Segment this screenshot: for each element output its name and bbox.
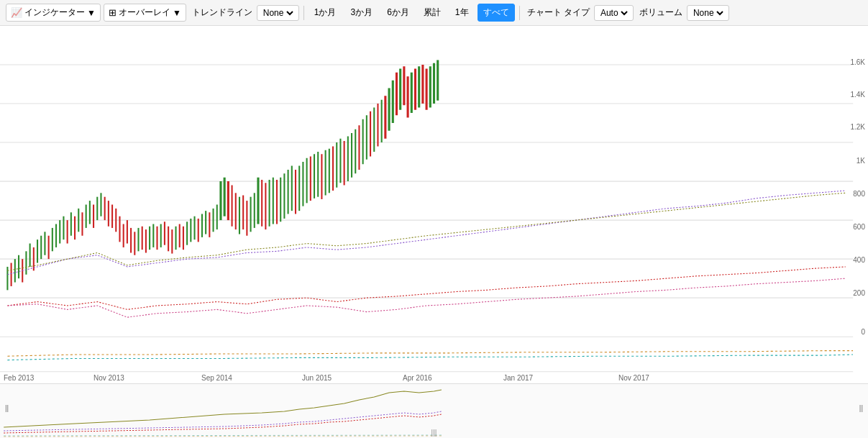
divider-2 xyxy=(519,6,520,20)
period-6m[interactable]: 6か月 xyxy=(381,4,415,22)
svg-line-127 xyxy=(4,436,442,437)
y-label-400: 400 xyxy=(853,256,865,264)
svg-line-126 xyxy=(4,435,442,436)
indicator-icon: 📈 xyxy=(11,7,22,18)
charttype-select[interactable]: Auto xyxy=(594,5,634,21)
volume-label: ボリューム xyxy=(639,6,682,19)
period-acc[interactable]: 累計 xyxy=(418,4,447,22)
charttype-label: チャート タイプ xyxy=(527,6,590,19)
scroll-bottom-indicator[interactable]: ||| xyxy=(431,429,437,437)
toolbar: 📈 インジケーター ▼ ⊞ オーバーレイ ▼ トレンドライン None 1か月 … xyxy=(0,0,868,26)
y-label-1_6k: 1.6K xyxy=(850,58,865,66)
y-label-200: 200 xyxy=(853,289,865,297)
main-chart[interactable]: 1.6K 1.4K 1.2K 1K 800 600 400 200 0 Feb … xyxy=(0,26,868,384)
x-label-nov2017: Nov 2017 xyxy=(618,374,649,382)
x-label-jan2017: Jan 2017 xyxy=(503,374,533,382)
scroll-left-indicator[interactable]: || xyxy=(4,403,10,414)
mini-chart[interactable]: || || ||| xyxy=(0,384,868,438)
indicator-button[interactable]: 📈 インジケーター ▼ xyxy=(6,4,101,22)
y-label-800: 800 xyxy=(853,190,865,198)
period-3m[interactable]: 3か月 xyxy=(344,4,378,22)
chart-wrapper: 1.6K 1.4K 1.2K 1K 800 600 400 200 0 Feb … xyxy=(0,26,868,438)
indicator-label: インジケーター xyxy=(24,6,85,19)
divider-1 xyxy=(303,6,304,20)
trendline-dropdown[interactable]: None xyxy=(260,7,296,19)
main-chart-svg xyxy=(0,26,868,383)
overlay-button[interactable]: ⊞ オーバーレイ ▼ xyxy=(104,4,186,22)
trendline-label: トレンドライン xyxy=(192,6,252,19)
y-label-600: 600 xyxy=(853,223,865,231)
period-1y[interactable]: 1年 xyxy=(449,4,475,22)
y-label-1_4k: 1.4K xyxy=(850,91,865,99)
x-label-apr2016: Apr 2016 xyxy=(403,374,432,382)
y-label-0: 0 xyxy=(861,328,865,336)
y-label-1k: 1K xyxy=(856,157,865,165)
x-label-nov2013: Nov 2013 xyxy=(93,374,124,382)
period-all[interactable]: すべて xyxy=(478,4,515,22)
volume-select[interactable]: None xyxy=(687,5,729,21)
y-label-1_2k: 1.2K xyxy=(850,123,865,131)
period-1m[interactable]: 1か月 xyxy=(309,4,342,22)
indicator-chevron: ▼ xyxy=(87,8,96,18)
trendline-select[interactable]: None xyxy=(257,5,299,21)
x-label-jun2015: Jun 2015 xyxy=(302,374,332,382)
x-label-sep2014: Sep 2014 xyxy=(201,374,232,382)
overlay-icon: ⊞ xyxy=(109,7,117,18)
overlay-label: オーバーレイ xyxy=(119,6,170,19)
overlay-chevron: ▼ xyxy=(173,8,181,18)
charttype-dropdown[interactable]: Auto xyxy=(598,7,630,19)
volume-dropdown[interactable]: None xyxy=(690,7,726,19)
scroll-right-indicator[interactable]: || xyxy=(858,403,864,414)
x-label-feb2013: Feb 2013 xyxy=(4,374,34,382)
